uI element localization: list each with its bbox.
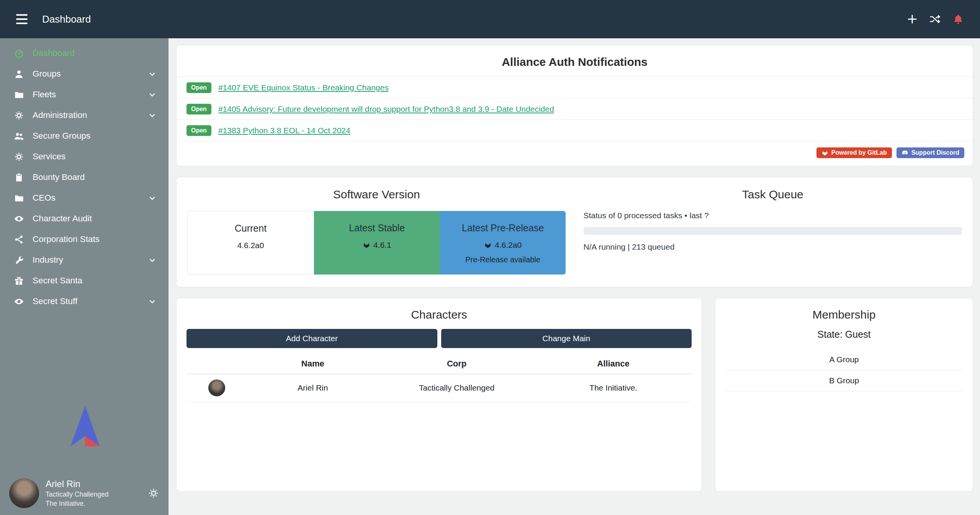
chevron-down-icon — [147, 69, 157, 79]
character-alliance: The Initiative. — [535, 374, 692, 402]
sidebar-item-secure-groups[interactable]: Secure Groups — [0, 126, 169, 146]
notification-row: Open #1383 Python 3.8 EOL - 14 Oct 2024 — [177, 120, 973, 141]
gitlab-badge[interactable]: Powered by GitLab — [816, 147, 892, 158]
sidebar-item-label: CEOs — [33, 193, 56, 203]
gears-icon — [14, 152, 24, 162]
alliance-logo — [63, 403, 106, 450]
plus-icon[interactable] — [906, 13, 918, 25]
settings-gear-icon[interactable] — [148, 487, 159, 499]
discord-icon — [901, 149, 908, 156]
share-icon — [14, 234, 24, 245]
membership-card: Membership State: Guest A Group B Group — [715, 298, 973, 492]
wrench-icon — [14, 255, 24, 265]
sidebar-item-industry[interactable]: Industry — [0, 250, 169, 270]
characters-buttons: Add Character Change Main — [187, 329, 692, 348]
user-corp: Tactically Challenged — [46, 490, 108, 499]
users-icon — [14, 131, 24, 141]
folder-icon — [14, 193, 24, 203]
main-content: Alliance Auth Notifications Open #1407 E… — [169, 38, 980, 515]
task-queue-summary: N/A running | 213 queued — [584, 242, 962, 252]
sidebar-item-fleets[interactable]: Fleets — [0, 84, 169, 105]
shuffle-icon[interactable] — [929, 13, 941, 25]
sidebar: Dashboard Groups Fleets Ad — [0, 38, 169, 515]
notification-link[interactable]: #1383 Python 3.8 EOL - 14 Oct 2024 — [218, 126, 350, 135]
character-corp: Tactically Challenged — [378, 374, 535, 402]
version-label: Latest Pre-Release — [444, 222, 562, 234]
membership-state: State: Guest — [725, 329, 963, 340]
notification-row: Open #1407 EVE Equinox Status - Breaking… — [177, 77, 973, 98]
task-queue-status: Status of 0 processed tasks • last ? — [584, 211, 962, 220]
sidebar-item-dashboard[interactable]: Dashboard — [0, 43, 169, 64]
bell-icon[interactable] — [952, 13, 964, 25]
change-main-button[interactable]: Change Main — [441, 329, 692, 348]
alliance-column-header: Alliance — [535, 355, 692, 374]
character-avatar — [208, 379, 225, 396]
add-character-button[interactable]: Add Character — [187, 329, 437, 348]
clipboard-icon — [14, 172, 24, 183]
membership-title: Membership — [725, 308, 963, 321]
version-value: 4.6.1 — [373, 240, 391, 250]
notification-link[interactable]: #1405 Advisory: Future development will … — [218, 105, 554, 114]
sidebar-item-services[interactable]: Services — [0, 146, 169, 167]
sidebar-item-secret-stuff[interactable]: Secret Stuff — [0, 291, 169, 312]
sidebar-item-character-audit[interactable]: Character Audit — [0, 208, 169, 229]
version-value: 4.6.2a0 — [495, 240, 522, 250]
chevron-down-icon — [147, 255, 157, 265]
corp-column-header: Corp — [378, 355, 535, 374]
page-title: Dashboard — [42, 13, 91, 25]
sidebar-item-groups[interactable]: Groups — [0, 64, 169, 84]
version-current: Current 4.6.2a0 — [187, 211, 314, 275]
character-name: Ariel Rin — [247, 374, 378, 402]
group-row: A Group — [725, 349, 963, 370]
characters-table: Name Corp Alliance Ariel Rin Tactically … — [187, 355, 692, 402]
version-value: 4.6.2a0 — [237, 241, 264, 250]
sidebar-item-label: Character Audit — [33, 214, 92, 224]
notification-link[interactable]: #1407 EVE Equinox Status - Breaking Chan… — [218, 83, 389, 92]
status-card: Software Version Current 4.6.2a0 Latest … — [176, 177, 973, 287]
folder-icon — [14, 90, 24, 100]
eye-icon — [14, 296, 24, 307]
chevron-down-icon — [147, 111, 157, 120]
notifications-card: Alliance Auth Notifications Open #1407 E… — [176, 45, 973, 166]
task-queue-title: Task Queue — [584, 188, 962, 201]
software-version-title: Software Version — [187, 188, 566, 201]
sidebar-item-label: Groups — [33, 69, 61, 79]
sidebar-item-label: Administration — [33, 110, 87, 120]
gitlab-icon — [484, 241, 492, 249]
notifications-footer: Powered by GitLab Support Discord — [177, 141, 973, 166]
task-queue-progressbar — [584, 227, 962, 235]
sidebar-item-administration[interactable]: Administration — [0, 105, 169, 126]
sidebar-item-corporation-stats[interactable]: Corporation Stats — [0, 229, 169, 250]
gift-icon — [14, 276, 24, 286]
notifications-title: Alliance Auth Notifications — [177, 45, 973, 77]
status-badge: Open — [187, 104, 211, 114]
discord-badge[interactable]: Support Discord — [897, 147, 964, 158]
user-avatar — [9, 478, 39, 508]
table-row[interactable]: Ariel Rin Tactically Challenged The Init… — [187, 374, 692, 402]
user-name: Ariel Rin — [46, 479, 108, 489]
sidebar-item-ceos[interactable]: CEOs — [0, 188, 169, 208]
sidebar-item-label: Secret Stuff — [33, 296, 77, 306]
status-badge: Open — [187, 82, 211, 93]
sidebar-item-label: Secret Santa — [33, 276, 82, 286]
sidebar-item-label: Services — [33, 152, 65, 162]
sidebar-item-label: Dashboard — [33, 48, 75, 58]
menu-icon[interactable] — [16, 14, 28, 24]
table-header-row: Name Corp Alliance — [187, 355, 692, 374]
chevron-down-icon — [147, 90, 157, 100]
sidebar-item-bounty-board[interactable]: Bounty Board — [0, 167, 169, 188]
user-panel: Ariel Rin Tactically Challenged The Init… — [0, 471, 169, 515]
eye-icon — [14, 214, 24, 224]
gitlab-icon — [363, 241, 370, 249]
sidebar-item-label: Corporation Stats — [33, 234, 100, 244]
sidebar-item-secret-santa[interactable]: Secret Santa — [0, 270, 169, 291]
gitlab-badge-label: Powered by GitLab — [831, 149, 887, 156]
software-version-section: Software Version Current 4.6.2a0 Latest … — [187, 188, 566, 275]
status-badge: Open — [187, 125, 211, 136]
version-label: Current — [191, 223, 310, 234]
group-row: B Group — [725, 370, 963, 391]
prerelease-note: Pre-Release available — [444, 255, 562, 264]
characters-card: Characters Add Character Change Main Nam… — [176, 298, 702, 492]
version-label: Latest Stable — [318, 222, 436, 234]
avatar-column-header — [187, 355, 247, 374]
